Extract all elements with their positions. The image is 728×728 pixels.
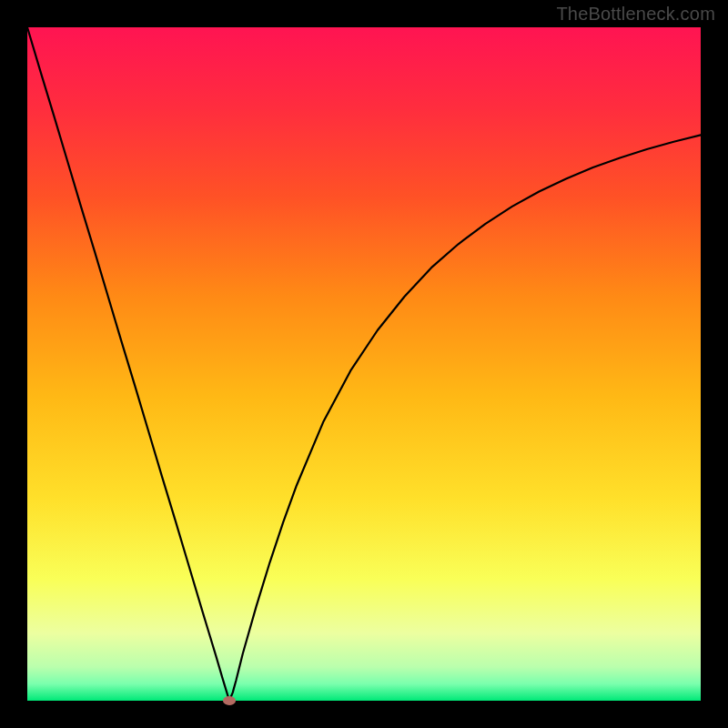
bottleneck-curve [27,27,701,701]
curve-layer [27,27,701,701]
plot-area [27,27,701,701]
balance-point-marker [223,696,236,705]
stage: TheBottleneck.com [0,0,728,728]
watermark-text: TheBottleneck.com [556,4,715,25]
